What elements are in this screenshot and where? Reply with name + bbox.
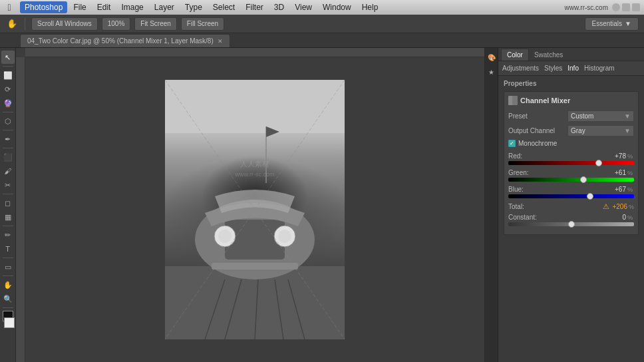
main-area: ↖ ⬜ ⟳ 🔮 ⬡ ✒ ⬛ 🖌 ✂ ◻ ▦ ✏ T ▭ ✋ 🔍 bbox=[0, 48, 644, 362]
sys-icon-3 bbox=[632, 3, 640, 11]
green-value: +61 bbox=[606, 169, 626, 176]
total-label: Total: bbox=[508, 203, 603, 210]
tool-sep-7 bbox=[3, 258, 13, 258]
adj-tab-adjustments[interactable]: Adjustments bbox=[502, 65, 539, 72]
tab-close[interactable]: ✕ bbox=[218, 38, 223, 45]
tool-lasso[interactable]: ⟳ bbox=[1, 83, 15, 96]
tool-sep-6 bbox=[3, 226, 13, 226]
blue-pct: % bbox=[627, 186, 634, 193]
constant-slider-header: Constant: 0 % bbox=[508, 214, 634, 221]
document-canvas[interactable]: 人人素材 www.rr-sc.com bbox=[165, 80, 345, 339]
cm-title-row: Channel Mixer bbox=[508, 96, 634, 105]
zoom-level-button[interactable]: 100% bbox=[102, 17, 131, 31]
hand-tool-icon[interactable]: ✋ bbox=[5, 17, 19, 31]
output-channel-select[interactable]: Gray ▼ bbox=[567, 125, 634, 136]
panel-icon-star[interactable]: ★ bbox=[486, 67, 497, 77]
tool-brush[interactable]: 🖌 bbox=[1, 164, 15, 178]
tool-gradient[interactable]: ▦ bbox=[1, 210, 15, 224]
output-channel-value: Gray bbox=[571, 127, 585, 134]
sys-icon-1 bbox=[612, 3, 620, 11]
warning-icon: ⚠ bbox=[603, 202, 609, 211]
menu-right-icons: www.rr-sc.com bbox=[564, 3, 640, 11]
output-channel-label: Output Channel bbox=[508, 127, 565, 134]
menubar:  Photoshop File Edit Image Layer Type S… bbox=[0, 0, 644, 15]
document-tab[interactable]: 04_Two Color Car.jpg @ 50% (Channel Mixe… bbox=[20, 34, 230, 47]
tool-sep-9 bbox=[3, 307, 13, 308]
tools-panel: ↖ ⬜ ⟳ 🔮 ⬡ ✒ ⬛ 🖌 ✂ ◻ ▦ ✏ T ▭ ✋ 🔍 bbox=[0, 48, 16, 362]
blue-label: Blue: bbox=[508, 186, 524, 193]
tool-sep-5 bbox=[3, 194, 13, 194]
tool-crop[interactable]: ⬡ bbox=[1, 114, 15, 128]
menu-layer[interactable]: Layer bbox=[150, 1, 179, 13]
constant-value: 0 bbox=[606, 214, 626, 221]
tool-patch[interactable]: ⬛ bbox=[1, 150, 15, 164]
fit-screen-button[interactable]: Fit Screen bbox=[134, 17, 177, 31]
menu-file[interactable]: File bbox=[69, 1, 90, 13]
monochrome-checkbox[interactable]: ✓ bbox=[508, 140, 516, 147]
tool-eraser[interactable]: ◻ bbox=[1, 196, 15, 210]
menu-3d[interactable]: 3D bbox=[269, 1, 289, 13]
tool-wand[interactable]: 🔮 bbox=[1, 96, 15, 110]
tool-sep-2 bbox=[3, 112, 13, 112]
background-color[interactable] bbox=[4, 317, 15, 328]
green-slider-track[interactable] bbox=[508, 178, 634, 182]
menu-image[interactable]: Image bbox=[116, 1, 148, 13]
adj-tab-histogram[interactable]: Histogram bbox=[584, 65, 615, 72]
scroll-all-button[interactable]: Scroll All Windows bbox=[31, 17, 98, 31]
red-value: +78 bbox=[606, 152, 626, 160]
blue-slider-thumb[interactable] bbox=[587, 193, 593, 200]
cm-icon bbox=[508, 96, 518, 105]
red-label: Red: bbox=[508, 152, 522, 160]
tab-color[interactable]: Color bbox=[501, 49, 529, 61]
fill-screen-button[interactable]: Fill Screen bbox=[181, 17, 224, 31]
apple-logo:  bbox=[4, 2, 15, 13]
panel-icon-color[interactable]: 🎨 bbox=[486, 52, 497, 63]
tool-sep-8 bbox=[3, 275, 13, 276]
green-label: Green: bbox=[508, 169, 529, 176]
essentials-button[interactable]: Essentials ▼ bbox=[585, 17, 639, 31]
menu-type[interactable]: Type bbox=[180, 1, 207, 13]
svg-rect-0 bbox=[165, 80, 345, 133]
red-slider-track[interactable] bbox=[508, 161, 634, 165]
tool-shape[interactable]: ▭ bbox=[1, 260, 15, 273]
adj-tabs-row: Adjustments Styles Info Histogram bbox=[498, 61, 644, 76]
tool-type[interactable]: T bbox=[1, 242, 15, 256]
tab-swatches[interactable]: Swatches bbox=[529, 49, 568, 61]
tool-pen[interactable]: ✏ bbox=[1, 228, 15, 242]
blue-slider-track[interactable] bbox=[508, 194, 634, 198]
tool-eyedropper[interactable]: ✒ bbox=[1, 132, 15, 146]
svg-point-11 bbox=[218, 230, 232, 243]
menu-edit[interactable]: Edit bbox=[92, 1, 116, 13]
essentials-label: Essentials bbox=[592, 20, 623, 27]
constant-slider-track[interactable] bbox=[508, 222, 634, 226]
tool-sep-4 bbox=[3, 148, 13, 148]
menu-select[interactable]: Select bbox=[208, 1, 240, 13]
total-value: +206 bbox=[612, 203, 627, 210]
menu-photoshop[interactable]: Photoshop bbox=[20, 1, 67, 13]
menu-view[interactable]: View bbox=[290, 1, 317, 13]
red-slider-thumb[interactable] bbox=[595, 160, 602, 166]
preset-select[interactable]: Custom ▼ bbox=[567, 110, 634, 122]
constant-slider-thumb[interactable] bbox=[568, 221, 575, 228]
svg-rect-13 bbox=[212, 263, 298, 270]
tool-sep-3 bbox=[3, 130, 13, 130]
tool-clone[interactable]: ✂ bbox=[1, 178, 15, 192]
red-slider-row: Red: +78 % bbox=[508, 152, 634, 165]
tool-hand[interactable]: ✋ bbox=[1, 278, 15, 291]
blue-slider-header: Blue: +67 % bbox=[508, 186, 634, 193]
tool-move[interactable]: ↖ bbox=[1, 51, 15, 64]
blue-value: +67 bbox=[606, 186, 626, 193]
green-slider-thumb[interactable] bbox=[580, 176, 587, 183]
tool-zoom[interactable]: 🔍 bbox=[1, 292, 15, 305]
tool-marquee[interactable]: ⬜ bbox=[1, 69, 15, 82]
preset-value: Custom bbox=[571, 112, 593, 120]
adj-tab-styles[interactable]: Styles bbox=[544, 65, 562, 72]
panel-icons-column: 🎨 ★ bbox=[485, 48, 498, 362]
adj-tab-info[interactable]: Info bbox=[567, 65, 579, 72]
menu-filter[interactable]: Filter bbox=[241, 1, 268, 13]
menu-help[interactable]: Help bbox=[357, 1, 383, 13]
menu-window[interactable]: Window bbox=[318, 1, 356, 13]
canvas-svg: 人人素材 www.rr-sc.com bbox=[165, 80, 345, 339]
ruler-left bbox=[16, 57, 25, 362]
preset-row: Preset Custom ▼ bbox=[508, 110, 634, 122]
